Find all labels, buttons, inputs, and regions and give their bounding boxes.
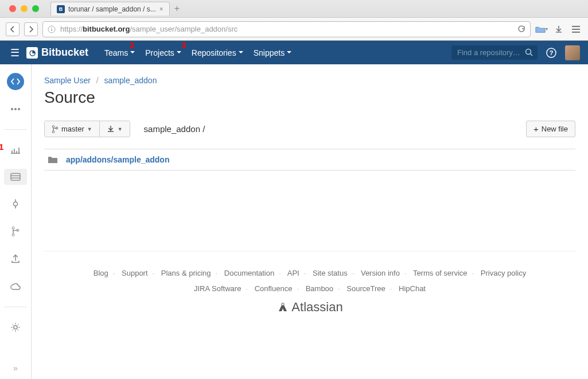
bitbucket-logo[interactable]: ◔ Bitbucket bbox=[26, 47, 88, 59]
footer-link[interactable]: JIRA Software bbox=[194, 284, 241, 293]
file-link[interactable]: app/addons/sample_addon bbox=[66, 155, 169, 164]
folder-icon bbox=[48, 156, 58, 164]
footer-link[interactable]: SourceTree bbox=[346, 284, 385, 293]
search-icon bbox=[525, 48, 533, 56]
footer-link[interactable]: Privacy policy bbox=[481, 269, 526, 277]
reload-icon[interactable] bbox=[517, 25, 525, 33]
back-button[interactable] bbox=[6, 22, 20, 36]
svg-point-17 bbox=[12, 234, 14, 236]
list-icon bbox=[10, 173, 21, 181]
address-bar[interactable]: https://bitbucket.org/sample_user/sample… bbox=[42, 21, 531, 37]
commit-icon bbox=[11, 199, 20, 208]
download-icon bbox=[107, 125, 115, 133]
bookmarks-button[interactable]: ▾ bbox=[535, 25, 548, 33]
folder-icon bbox=[535, 25, 546, 33]
new-tab-button[interactable]: + bbox=[174, 3, 180, 14]
footer-link[interactable]: Plans & pricing bbox=[161, 269, 211, 277]
bitbucket-logo-icon: ◔ bbox=[26, 47, 38, 59]
sidebar-pipelines[interactable] bbox=[7, 195, 24, 212]
footer-link[interactable]: Support bbox=[122, 269, 148, 277]
sidebar-commits[interactable] bbox=[7, 141, 24, 158]
branch-icon bbox=[11, 226, 20, 237]
menu-button[interactable] bbox=[570, 25, 582, 33]
nav-projects[interactable]: Projects bbox=[145, 48, 181, 57]
annotation-3: 3 bbox=[181, 40, 186, 50]
nav-repositories[interactable]: Repositories bbox=[192, 48, 243, 57]
svg-point-13 bbox=[14, 202, 18, 206]
svg-point-21 bbox=[52, 130, 54, 133]
nav-snippets[interactable]: Snippets bbox=[254, 48, 291, 57]
sidebar-source-alt[interactable] bbox=[4, 169, 27, 185]
info-icon bbox=[48, 25, 56, 33]
new-file-label: New file bbox=[542, 125, 568, 133]
header-right: Find a repository… ? bbox=[451, 45, 580, 60]
footer-link[interactable]: Terms of service bbox=[413, 269, 468, 277]
close-tab-icon[interactable]: × bbox=[159, 5, 163, 13]
user-avatar[interactable] bbox=[565, 45, 580, 60]
breadcrumb-repo[interactable]: sample_addon bbox=[104, 76, 157, 85]
download-button[interactable]: ▼ bbox=[99, 121, 130, 137]
footer-link[interactable]: Blog bbox=[94, 269, 108, 277]
bitbucket-header: ☰ ◔ Bitbucket Teams Projects Repositorie… bbox=[0, 41, 588, 64]
forward-button[interactable] bbox=[24, 22, 38, 36]
footer-link[interactable]: Confluence bbox=[255, 284, 293, 293]
svg-point-20 bbox=[52, 125, 54, 127]
browser-chrome: B torunar / sample_addon / s... × + http… bbox=[0, 0, 588, 41]
downloads-button[interactable] bbox=[552, 25, 565, 33]
svg-rect-2 bbox=[51, 27, 52, 28]
page-title: Source bbox=[44, 88, 575, 107]
sidebar-deployments[interactable] bbox=[7, 278, 24, 295]
svg-rect-1 bbox=[51, 29, 52, 31]
help-button[interactable]: ? bbox=[546, 48, 557, 58]
chevron-down-icon: ▼ bbox=[87, 126, 92, 132]
breadcrumb: Sample User / sample_addon bbox=[44, 76, 575, 85]
sidebar-expand[interactable]: » bbox=[13, 363, 18, 373]
branch-selector[interactable]: master ▼ bbox=[45, 121, 99, 137]
browser-toolbar: https://bitbucket.org/sample_user/sample… bbox=[0, 17, 588, 40]
tab-title: torunar / sample_addon / s... bbox=[68, 5, 156, 13]
close-window-button[interactable] bbox=[9, 5, 16, 12]
primary-nav: Teams Projects Repositories Snippets 2 3 bbox=[104, 48, 291, 57]
window-controls bbox=[5, 5, 44, 12]
arrow-left-icon bbox=[9, 26, 16, 33]
footer-link[interactable]: Documentation bbox=[224, 269, 274, 277]
sidebar-source[interactable] bbox=[7, 73, 24, 90]
svg-point-23 bbox=[282, 303, 284, 305]
chevron-down-icon: ▼ bbox=[118, 126, 123, 132]
branch-name: master bbox=[61, 125, 84, 133]
file-row: app/addons/sample_addon bbox=[44, 149, 575, 171]
footer-link[interactable]: HipChat bbox=[399, 284, 426, 293]
footer-row-1: Blog· Support· Plans & pricing· Document… bbox=[44, 269, 575, 277]
minimize-window-button[interactable] bbox=[21, 5, 28, 12]
download-icon bbox=[555, 25, 563, 33]
footer-link[interactable]: API bbox=[287, 269, 299, 277]
sidebar-branches[interactable] bbox=[7, 223, 24, 240]
plus-icon: + bbox=[534, 126, 539, 133]
svg-line-4 bbox=[531, 54, 533, 56]
atlassian-label: Atlassian bbox=[291, 300, 342, 315]
chart-icon bbox=[10, 146, 21, 154]
branch-icon bbox=[52, 125, 59, 133]
footer-link[interactable]: Version info bbox=[361, 269, 400, 277]
footer-link[interactable]: Bamboo bbox=[306, 284, 333, 293]
footer-link[interactable]: Site status bbox=[313, 269, 348, 277]
arrow-right-icon bbox=[28, 26, 34, 33]
app-switcher-button[interactable]: ☰ bbox=[8, 47, 22, 59]
url-text: https://bitbucket.org/sample_user/sample… bbox=[60, 25, 513, 33]
atlassian-logo[interactable]: Atlassian bbox=[44, 300, 575, 315]
repo-search[interactable]: Find a repository… bbox=[451, 45, 538, 60]
nav-teams[interactable]: Teams bbox=[104, 48, 135, 57]
sidebar-overview[interactable] bbox=[7, 100, 24, 118]
zoom-window-button[interactable] bbox=[32, 5, 39, 12]
breadcrumb-owner[interactable]: Sample User bbox=[44, 76, 91, 85]
svg-point-7 bbox=[11, 108, 13, 110]
sidebar-settings[interactable] bbox=[7, 319, 24, 336]
browser-tab[interactable]: B torunar / sample_addon / s... × bbox=[50, 2, 170, 16]
annotation-1: 1 bbox=[0, 142, 3, 152]
bitbucket-favicon-icon: B bbox=[57, 5, 65, 13]
source-toolbar: master ▼ ▼ sample_addon / + New file bbox=[44, 121, 575, 137]
new-file-button[interactable]: + New file bbox=[526, 121, 575, 137]
svg-point-16 bbox=[12, 227, 14, 229]
sidebar-downloads[interactable] bbox=[7, 250, 24, 268]
footer-row-2: JIRA Software· Confluence· Bamboo· Sourc… bbox=[44, 284, 575, 293]
